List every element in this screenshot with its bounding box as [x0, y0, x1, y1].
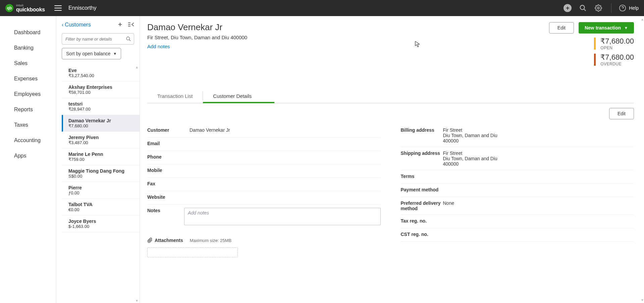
logo[interactable]: qb intuit quickbooks [5, 4, 45, 12]
collapse-panel-icon[interactable] [128, 21, 134, 28]
quick-create-icon[interactable]: + [564, 4, 572, 12]
page-title: Damao Vernekar Jr [147, 22, 247, 33]
search-icon[interactable] [579, 4, 587, 12]
label-billing: Billing address [401, 127, 443, 133]
hamburger-menu-icon[interactable] [54, 5, 62, 11]
customer-address: Fir Street, Diu Town, Daman and Diu 4000… [147, 35, 247, 40]
value-customer: Damao Vernekar Jr [190, 127, 381, 133]
caret-down-icon: ▼ [624, 26, 628, 30]
attachments-label[interactable]: Attachments [147, 237, 183, 243]
list-item[interactable]: Akshay Enterprises₹58,701.00 [62, 81, 140, 98]
label-tax-reg: Tax reg. no. [401, 218, 443, 224]
add-notes-link[interactable]: Add notes [147, 44, 170, 49]
main-panel: ▴ Damao Vernekar Jr Fir Street, Diu Town… [140, 16, 644, 303]
logo-quickbooks-text: quickbooks [16, 7, 45, 12]
list-item[interactable]: Eve₹3,27,540.00 [62, 65, 140, 81]
filter-input[interactable] [62, 37, 134, 42]
list-item[interactable]: Marine Le Penn₹759.00 [62, 148, 140, 165]
label-phone: Phone [147, 154, 190, 160]
label-notes: Notes [147, 208, 190, 213]
attachments-dropzone[interactable] [147, 247, 238, 257]
gear-icon[interactable] [594, 4, 602, 12]
customer-list[interactable]: ▴ Eve₹3,27,540.00 Akshay Enterprises₹58,… [56, 65, 140, 303]
value-billing: Fir Street Diu Town, Daman and Diu 40000… [443, 127, 634, 143]
label-shipping: Shipping address [401, 150, 443, 156]
list-item[interactable]: Maggie Tiong Dang FongS$0.00 [62, 165, 140, 182]
paperclip-icon [147, 237, 153, 243]
help-label: Help [629, 5, 639, 11]
customer-list-panel: ‹ Customers + Sort by open balance ▼ [56, 16, 140, 303]
list-item[interactable]: Talbot TVA€0.00 [62, 199, 140, 216]
search-icon[interactable] [126, 36, 131, 43]
label-customer: Customer [147, 127, 190, 133]
chevron-left-icon: ‹ [62, 22, 63, 28]
label-terms: Terms [401, 174, 443, 179]
tab-transaction-list[interactable]: Transaction List [147, 91, 203, 101]
svg-line-9 [129, 40, 130, 41]
scroll-up-icon[interactable]: ▴ [641, 17, 643, 21]
svg-point-0 [580, 5, 585, 10]
qb-logo-icon: qb [5, 4, 13, 12]
nav-apps[interactable]: Apps [0, 148, 56, 164]
list-item[interactable]: Damao Vernekar Jr₹7,680.00 [62, 115, 140, 132]
label-payment-method: Payment method [401, 187, 443, 192]
top-bar: qb intuit quickbooks Enniscorthy + Help [0, 0, 644, 16]
scroll-down-icon[interactable]: ▾ [134, 298, 140, 303]
value-shipping: Fir Street Diu Town, Daman and Diu 40000… [443, 150, 634, 167]
nav-dashboard[interactable]: Dashboard [0, 25, 56, 40]
label-mobile: Mobile [147, 168, 190, 173]
new-transaction-button[interactable]: New transaction ▼ [579, 22, 634, 34]
open-balance: ₹7,680.00 OPEN [549, 37, 634, 50]
help-button[interactable]: Help [619, 4, 639, 12]
open-bar-icon [594, 38, 596, 50]
nav-taxes[interactable]: Taxes [0, 117, 56, 133]
details-left-column: CustomerDamao Vernekar Jr Email Phone Mo… [147, 124, 381, 257]
tabs: Transaction List Customer Details [147, 89, 634, 103]
nav-sales[interactable]: Sales [0, 56, 56, 71]
nav-employees[interactable]: Employees [0, 86, 56, 102]
sort-button[interactable]: Sort by open balance ▼ [62, 48, 121, 59]
nav-banking[interactable]: Banking [0, 40, 56, 56]
label-pref-delivery: Preferred delivery method [401, 200, 443, 211]
attachments-max: Maximum size: 25MB [190, 238, 231, 243]
company-name[interactable]: Enniscorthy [68, 5, 97, 11]
nav-reports[interactable]: Reports [0, 102, 56, 117]
overdue-balance: ₹7,680.00 OVERDUE [549, 53, 634, 66]
list-item[interactable]: Jeremy Piven₹3,487.00 [62, 132, 140, 148]
svg-point-2 [597, 7, 599, 9]
label-website: Website [147, 194, 190, 200]
tab-customer-details[interactable]: Customer Details [203, 89, 274, 103]
add-customer-icon[interactable]: + [118, 21, 122, 28]
notes-input[interactable]: Add notes [184, 208, 381, 225]
label-email: Email [147, 141, 190, 146]
list-item[interactable]: Pierreƒ0.00 [62, 182, 140, 199]
overdue-bar-icon [594, 54, 596, 66]
nav-accounting[interactable]: Accounting [0, 133, 56, 148]
list-item[interactable]: Joyce Byers$-1,663.00 [62, 216, 140, 232]
filter-input-wrap[interactable] [62, 33, 134, 45]
scroll-down-icon[interactable]: ▾ [641, 298, 643, 302]
label-fax: Fax [147, 181, 190, 186]
list-item[interactable]: testsri₹28,947.00 [62, 98, 140, 115]
caret-down-icon: ▼ [113, 52, 117, 56]
label-cst-reg: CST reg. no. [401, 232, 443, 237]
edit-button[interactable]: Edit [549, 22, 574, 34]
edit-details-button[interactable]: Edit [609, 108, 634, 119]
left-nav: Dashboard Banking Sales Expenses Employe… [0, 16, 56, 303]
nav-expenses[interactable]: Expenses [0, 71, 56, 86]
divider [611, 3, 611, 13]
svg-line-1 [584, 9, 586, 11]
scroll-up-icon[interactable]: ▴ [134, 65, 140, 69]
value-pref-delivery: None [443, 200, 634, 206]
svg-point-8 [126, 37, 129, 40]
back-to-customers-link[interactable]: ‹ Customers [62, 22, 91, 28]
details-right-column: Billing address Fir Street Diu Town, Dam… [401, 124, 634, 257]
